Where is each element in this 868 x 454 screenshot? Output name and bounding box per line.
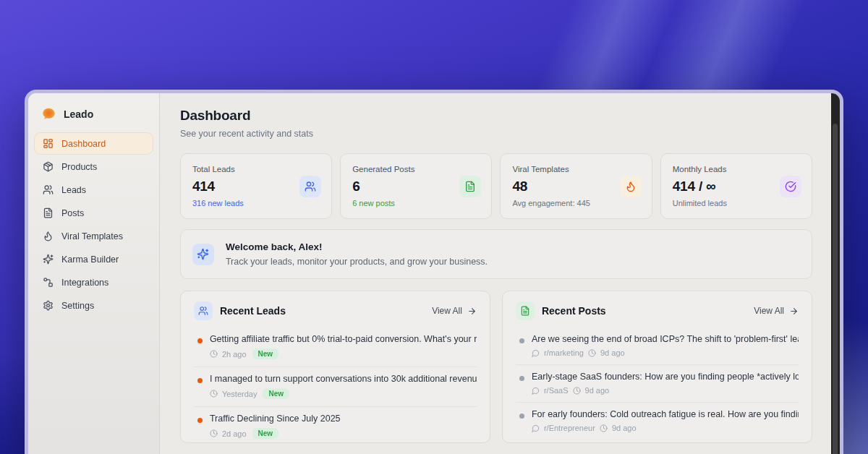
users-icon bbox=[194, 301, 213, 320]
clock-icon bbox=[210, 390, 218, 398]
stat-subtext: 6 new posts bbox=[352, 199, 480, 207]
post-time: 9d ago bbox=[612, 424, 637, 432]
lead-list-item[interactable]: I managed to turn support conversations … bbox=[194, 367, 477, 406]
sidebar-item-products[interactable]: Products bbox=[34, 155, 153, 178]
sidebar-item-integrations[interactable]: Integrations bbox=[34, 271, 153, 294]
view-all-leads-link[interactable]: View All bbox=[432, 306, 477, 316]
stats-row: Total Leads 414 316 new leads Generated … bbox=[180, 153, 812, 219]
users-icon bbox=[43, 184, 54, 195]
panel-title: Recent Posts bbox=[542, 305, 606, 317]
sparkles-icon bbox=[43, 254, 54, 265]
lead-dot bbox=[197, 418, 203, 423]
recent-posts-panel: Recent Posts View All Are we seeing the … bbox=[502, 291, 812, 443]
sidebar-item-label: Dashboard bbox=[61, 139, 106, 149]
file-text-icon bbox=[459, 176, 481, 197]
new-badge: New bbox=[252, 428, 279, 439]
users-icon bbox=[299, 176, 321, 197]
clock-icon bbox=[210, 429, 218, 437]
window-scrollbar[interactable] bbox=[831, 93, 840, 454]
post-subreddit: r/marketing bbox=[544, 348, 584, 357]
sidebar-item-viral-templates[interactable]: Viral Templates bbox=[34, 225, 153, 247]
welcome-title: Welcome back, Alex! bbox=[226, 241, 488, 252]
arrow-right-icon bbox=[467, 307, 477, 316]
post-meta: r/SaaS 9d ago bbox=[532, 386, 799, 395]
lead-dot bbox=[197, 378, 203, 383]
clock-icon bbox=[210, 350, 218, 358]
post-meta: r/Entrepreneur 9d ago bbox=[532, 424, 799, 432]
welcome-banner: Welcome back, Alex! Track your leads, mo… bbox=[180, 229, 812, 279]
panel-title: Recent Leads bbox=[220, 305, 286, 317]
app-logo: Leado bbox=[34, 100, 153, 132]
post-list-item[interactable]: For early founders: Cold outreach fatigu… bbox=[516, 402, 799, 440]
lead-meta: Yesterday New bbox=[210, 388, 477, 399]
lead-time: 2h ago bbox=[222, 350, 247, 359]
welcome-text: Welcome back, Alex! Track your leads, mo… bbox=[226, 241, 488, 267]
scrollbar-thumb[interactable] bbox=[833, 124, 838, 454]
package-icon bbox=[43, 161, 54, 172]
recent-leads-panel: Recent Leads View All Getting affiliate … bbox=[180, 291, 490, 443]
leads-list: Getting affiliate traffic but 0% trial-t… bbox=[194, 327, 477, 443]
view-all-label: View All bbox=[432, 306, 462, 316]
stat-label: Monthly Leads bbox=[673, 165, 800, 174]
sidebar-item-dashboard[interactable]: Dashboard bbox=[34, 132, 153, 155]
posts-list: Are we seeing the end of broad ICPs? The… bbox=[516, 327, 799, 440]
clock-icon bbox=[573, 387, 581, 395]
lead-time: 2d ago bbox=[222, 429, 247, 438]
post-dot bbox=[519, 376, 524, 381]
post-list-item[interactable]: Early-stage SaaS founders: How are you f… bbox=[516, 364, 799, 402]
lead-title: Getting affiliate traffic but 0% trial-t… bbox=[210, 334, 477, 344]
leado-logo-icon bbox=[41, 106, 56, 121]
nodes-icon bbox=[43, 277, 54, 288]
welcome-subtitle: Track your leads, monitor your products,… bbox=[226, 257, 488, 267]
sidebar-item-label: Integrations bbox=[61, 278, 109, 288]
post-title: Are we seeing the end of broad ICPs? The… bbox=[532, 334, 799, 344]
sidebar-item-label: Products bbox=[61, 162, 97, 172]
lead-list-item[interactable]: Traffic Declining Since July 2025 2d ago… bbox=[194, 406, 477, 443]
stat-subtext: Unlimited leads bbox=[673, 199, 800, 207]
sidebar-item-leads[interactable]: Leads bbox=[34, 179, 153, 201]
post-time: 9d ago bbox=[585, 386, 610, 395]
clock-icon bbox=[600, 424, 608, 432]
post-title: Early-stage SaaS founders: How are you f… bbox=[532, 372, 799, 382]
view-all-posts-link[interactable]: View All bbox=[754, 306, 799, 316]
sidebar-item-posts[interactable]: Posts bbox=[34, 202, 153, 224]
file-text-icon bbox=[43, 207, 54, 218]
panel-header: Recent Leads View All bbox=[194, 301, 477, 320]
lead-time: Yesterday bbox=[222, 390, 258, 398]
sidebar-item-settings[interactable]: Settings bbox=[34, 294, 153, 317]
circle-check-icon bbox=[780, 176, 801, 197]
lead-meta: 2h ago New bbox=[210, 348, 477, 359]
lead-meta: 2d ago New bbox=[210, 428, 477, 439]
file-text-icon bbox=[516, 301, 535, 320]
post-title: For early founders: Cold outreach fatigu… bbox=[532, 409, 799, 419]
stat-label: Generated Posts bbox=[352, 165, 480, 174]
lead-list-item[interactable]: Getting affiliate traffic but 0% trial-t… bbox=[194, 327, 477, 367]
post-list-item[interactable]: Are we seeing the end of broad ICPs? The… bbox=[516, 327, 799, 364]
layout-dashboard-icon bbox=[43, 138, 54, 149]
stat-card-viral-templates: Viral Templates 48 Avg engagement: 445 bbox=[500, 153, 652, 219]
stat-card-monthly-leads: Monthly Leads 414 / ∞ Unlimited leads bbox=[660, 153, 812, 219]
lead-dot bbox=[197, 338, 203, 343]
app-name: Leado bbox=[64, 108, 93, 120]
post-subreddit: r/Entrepreneur bbox=[544, 424, 595, 432]
post-dot bbox=[519, 414, 524, 419]
sidebar: Leado Dashboard Products Leads Posts Vir… bbox=[28, 93, 159, 454]
stat-label: Total Leads bbox=[192, 165, 320, 174]
stat-card-total-leads: Total Leads 414 316 new leads bbox=[180, 153, 332, 219]
panels-row: Recent Leads View All Getting affiliate … bbox=[180, 291, 812, 443]
stat-subtext: 316 new leads bbox=[192, 199, 320, 207]
sidebar-item-label: Leads bbox=[61, 185, 86, 195]
post-subreddit: r/SaaS bbox=[544, 386, 569, 395]
main-content: Dashboard See your recent activity and s… bbox=[160, 93, 831, 454]
sparkles-icon bbox=[192, 244, 214, 265]
sidebar-item-label: Settings bbox=[61, 301, 94, 311]
message-bubble-icon bbox=[532, 387, 540, 395]
new-badge: New bbox=[263, 388, 289, 399]
sidebar-item-karma-builder[interactable]: Karma Builder bbox=[34, 248, 153, 270]
gear-icon bbox=[43, 300, 54, 311]
post-dot bbox=[519, 338, 524, 343]
lead-title: Traffic Declining Since July 2025 bbox=[210, 414, 477, 424]
sidebar-item-label: Viral Templates bbox=[61, 231, 123, 241]
arrow-right-icon bbox=[789, 307, 799, 316]
post-time: 9d ago bbox=[600, 348, 625, 357]
